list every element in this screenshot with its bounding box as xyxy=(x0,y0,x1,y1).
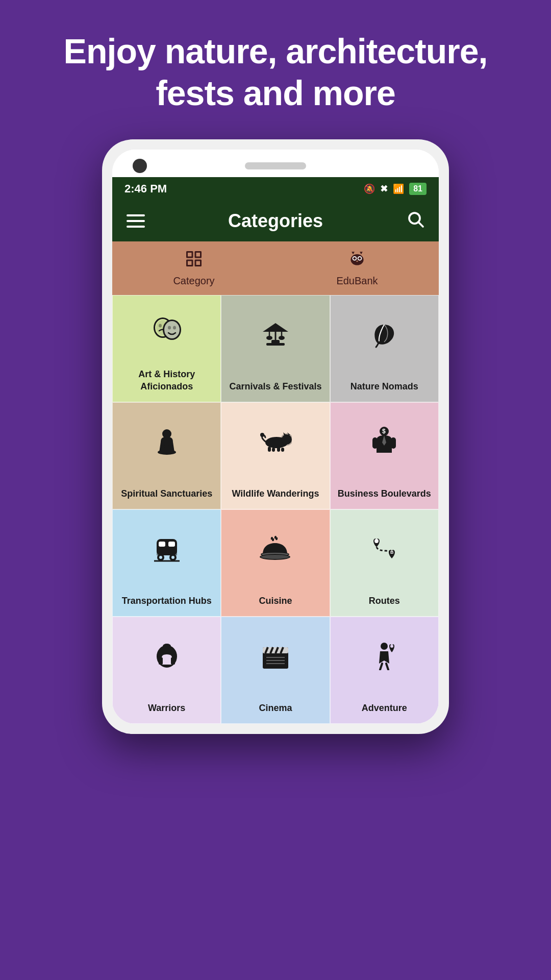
business-icon: $ xyxy=(331,403,438,481)
svg-point-20 xyxy=(164,321,180,338)
transport-label: Transportation Hubs xyxy=(116,595,218,607)
svg-rect-2 xyxy=(187,252,193,258)
hamburger-menu[interactable] xyxy=(127,214,145,228)
nav-title: Categories xyxy=(228,210,323,232)
svg-point-34 xyxy=(168,445,173,448)
categories-grid: Art & History Aficionados xyxy=(112,295,439,724)
svg-rect-24 xyxy=(266,343,285,346)
status-bar: 2:46 PM 🔕 ✖ 📶 81 xyxy=(112,177,439,201)
bell-icon: 🔕 xyxy=(364,183,375,194)
top-nav: Categories xyxy=(112,201,439,241)
search-button[interactable] xyxy=(406,210,424,232)
svg-point-61 xyxy=(261,555,289,559)
svg-rect-47 xyxy=(372,437,378,449)
svg-rect-42 xyxy=(277,447,280,452)
svg-rect-48 xyxy=(391,437,396,449)
svg-point-44 xyxy=(260,433,264,437)
edubank-tab-label: EduBank xyxy=(336,275,378,287)
svg-line-81 xyxy=(380,664,382,670)
art-history-icon xyxy=(113,296,220,361)
card-warriors[interactable]: Warriors xyxy=(112,617,221,724)
svg-point-6 xyxy=(350,254,363,265)
card-nature-nomads[interactable]: Nature Nomads xyxy=(330,295,439,402)
svg-point-21 xyxy=(168,326,171,330)
routes-label: Routes xyxy=(363,595,406,607)
status-time: 2:46 PM xyxy=(124,182,167,195)
card-routes[interactable]: B Routes xyxy=(330,509,439,617)
card-business[interactable]: $ Business Boulevards xyxy=(330,402,439,509)
svg-rect-50 xyxy=(159,542,165,547)
status-icons: 🔕 ✖ 📶 81 xyxy=(364,183,427,195)
spiritual-label: Spiritual Sanctuaries xyxy=(115,488,218,500)
nature-nomads-label: Nature Nomads xyxy=(344,381,424,393)
warriors-label: Warriors xyxy=(142,702,191,714)
svg-point-33 xyxy=(160,445,165,448)
front-camera xyxy=(133,159,147,173)
hero-text: Enjoy nature, architecture, fests and mo… xyxy=(0,0,551,139)
cinema-icon xyxy=(221,617,329,695)
svg-point-22 xyxy=(173,326,176,330)
card-transport[interactable]: Transportation Hubs xyxy=(112,509,221,617)
transport-icon xyxy=(113,510,220,588)
tab-bar: Category xyxy=(112,241,439,295)
svg-point-30 xyxy=(279,336,285,340)
art-history-label: Art & History Aficionados xyxy=(113,369,220,393)
svg-rect-40 xyxy=(268,447,271,452)
carnivals-label: Carnivals & Festivals xyxy=(223,381,328,393)
svg-text:$: $ xyxy=(382,428,386,435)
svg-rect-66 xyxy=(166,644,168,650)
tab-edubank[interactable]: EduBank xyxy=(276,241,439,295)
svg-rect-43 xyxy=(281,448,284,452)
cuisine-label: Cuisine xyxy=(253,595,298,607)
card-art-history[interactable]: Art & History Aficionados xyxy=(112,295,221,402)
cuisine-icon xyxy=(221,510,329,588)
svg-point-9 xyxy=(353,257,356,260)
svg-point-62 xyxy=(374,539,379,543)
category-tab-icon xyxy=(185,250,203,272)
svg-rect-51 xyxy=(168,542,175,547)
warriors-icon xyxy=(113,617,220,695)
edubank-tab-icon xyxy=(348,250,366,272)
tab-category[interactable]: Category xyxy=(112,241,276,295)
svg-rect-5 xyxy=(195,260,201,266)
svg-point-79 xyxy=(381,643,388,650)
svg-rect-67 xyxy=(159,657,163,665)
svg-line-1 xyxy=(419,223,423,227)
svg-rect-68 xyxy=(171,657,175,665)
card-wildlife[interactable]: Wildlife Wanderings xyxy=(221,402,330,509)
phone-mockup: 2:46 PM 🔕 ✖ 📶 81 Categories xyxy=(102,139,449,734)
svg-point-32 xyxy=(158,450,176,455)
wildlife-label: Wildlife Wanderings xyxy=(226,488,325,500)
card-spiritual[interactable]: Spiritual Sanctuaries xyxy=(112,402,221,509)
svg-marker-25 xyxy=(263,323,288,332)
card-cinema[interactable]: Cinema xyxy=(221,617,330,724)
adventure-icon xyxy=(331,617,438,695)
carnivals-icon xyxy=(221,296,329,374)
svg-rect-4 xyxy=(187,260,193,266)
cinema-label: Cinema xyxy=(253,702,298,714)
svg-point-10 xyxy=(359,257,361,260)
svg-rect-41 xyxy=(272,448,275,452)
svg-point-55 xyxy=(159,556,162,559)
adventure-label: Adventure xyxy=(356,702,413,714)
wildlife-icon xyxy=(221,403,329,481)
business-label: Business Boulevards xyxy=(332,488,437,500)
card-carnivals[interactable]: Carnivals & Festivals xyxy=(221,295,330,402)
nature-nomads-icon xyxy=(331,296,438,374)
speaker xyxy=(245,162,306,169)
sim-icon: ✖ xyxy=(380,183,388,194)
spiritual-icon xyxy=(113,403,220,481)
svg-point-29 xyxy=(266,336,272,340)
card-adventure[interactable]: Adventure xyxy=(330,617,439,724)
battery-icon: 81 xyxy=(409,183,427,195)
card-cuisine[interactable]: Cuisine xyxy=(221,509,330,617)
category-tab-label: Category xyxy=(173,275,214,287)
svg-point-17 xyxy=(159,324,162,328)
svg-line-82 xyxy=(386,664,388,670)
wifi-icon: 📶 xyxy=(393,183,404,194)
svg-marker-12 xyxy=(360,252,363,255)
svg-marker-11 xyxy=(352,252,355,255)
svg-text:B: B xyxy=(390,550,394,555)
phone-top-bar xyxy=(112,150,439,177)
routes-icon: B xyxy=(331,510,438,588)
